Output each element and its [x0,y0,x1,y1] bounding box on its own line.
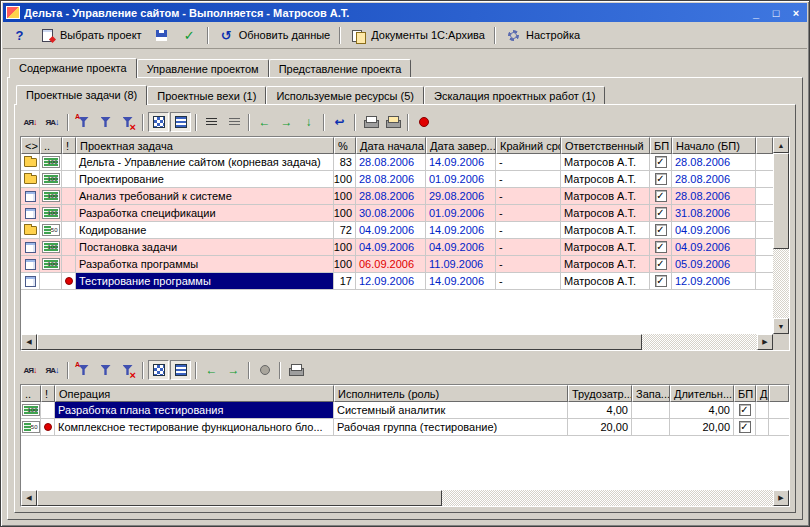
bp-cell[interactable]: ✓ [650,256,672,273]
bp-cell[interactable]: ✓ [650,222,672,239]
reserve-cell[interactable] [632,419,670,436]
column-header[interactable]: Д [756,385,769,402]
filter-button[interactable] [95,112,116,132]
responsible-cell[interactable]: Матросов А.Т. [561,154,650,171]
panel-splitter[interactable] [20,351,790,358]
operation-row[interactable]: 100Разработка плана тестированияСистемны… [21,402,789,419]
scroll-left-button[interactable]: ◀ [21,490,37,506]
end-date-cell[interactable]: 04.09.2006 [426,239,496,256]
vscroll-thumb[interactable] [773,153,789,249]
filter-button[interactable] [95,360,116,380]
column-header[interactable]: Проектная задача [76,137,334,154]
duration-cell[interactable]: 20,00 [670,419,734,436]
column-header[interactable]: Трудозатр... [568,385,632,402]
bp-start-cell[interactable]: 28.08.2006 [672,154,756,171]
task-row[interactable]: Тестирование программы1712.09.200614.09.… [21,273,773,290]
percent-cell[interactable]: 100 [334,171,356,188]
bp-start-cell[interactable]: 12.09.2006 [672,273,756,290]
progress-cell[interactable]: 100 [40,256,62,273]
alert-cell[interactable] [41,402,55,419]
bp-start-cell[interactable]: 04.09.2006 [672,222,756,239]
role-cell[interactable]: Системный аналитик [334,402,568,419]
start-date-cell[interactable]: 06.09.2006 [356,256,426,273]
confirm-button[interactable] [176,24,203,46]
task-type-cell[interactable] [21,171,40,188]
bp-checkbox[interactable]: ✓ [739,421,751,433]
scroll-right-button[interactable]: ▶ [773,490,789,506]
progress-cell[interactable]: 50 [21,419,41,436]
scroll-up-button[interactable]: ▲ [773,137,789,153]
responsible-cell[interactable]: Матросов А.Т. [561,256,650,273]
task-type-cell[interactable] [21,222,40,239]
end-date-cell[interactable]: 01.09.2006 [426,171,496,188]
start-date-cell[interactable]: 30.08.2006 [356,205,426,222]
deadline-cell[interactable]: - [496,222,561,239]
print-button[interactable] [285,360,306,380]
archive-docs-button[interactable]: Документы 1С:Архива [345,24,490,46]
bp-checkbox[interactable]: ✓ [655,190,667,202]
refresh-data-button[interactable]: Обновить данные [213,24,336,46]
percent-cell[interactable]: 72 [334,222,356,239]
bp-start-cell[interactable]: 28.08.2006 [672,171,756,188]
alert-cell[interactable] [62,273,76,290]
alert-cell[interactable] [62,205,76,222]
progress-cell[interactable]: 100 [40,205,62,222]
column-header[interactable]: БП [650,137,672,154]
settings-button[interactable]: Настройка [500,24,585,46]
filter-value-button[interactable] [73,112,94,132]
operation-name-cell[interactable]: Разработка плана тестирования [55,402,334,419]
operation-row[interactable]: 50Комплексное тестирование функционально… [21,419,789,436]
sort-asc-button[interactable] [20,360,41,380]
column-header[interactable]: Длительн... [670,385,734,402]
bp-cell[interactable]: ✓ [650,154,672,171]
d-cell[interactable] [756,419,769,436]
move-left-button[interactable] [254,112,275,132]
reread-button[interactable] [329,112,350,132]
alert-cell[interactable] [41,419,55,436]
deadline-cell[interactable]: - [496,154,561,171]
move-down-button[interactable] [298,112,319,132]
title-bar[interactable]: Дельта - Управление сайтом - Выполняется… [3,3,807,22]
alert-cell[interactable] [62,171,76,188]
column-header[interactable]: % [334,137,356,154]
main-tab-2[interactable]: Представление проекта [269,59,412,77]
column-header[interactable]: Ответственный [561,137,650,154]
task-row[interactable]: 100Дельта - Управление сайтом (корневая … [21,154,773,171]
operations-hscrollbar[interactable]: ◀ ▶ [21,490,789,506]
bp-start-cell[interactable]: 28.08.2006 [672,188,756,205]
percent-cell[interactable]: 100 [334,256,356,273]
filter-off-button[interactable] [117,112,138,132]
column-header[interactable]: Исполнитель (роль) [334,385,568,402]
task-name-cell[interactable]: Анализ требований к системе [76,188,334,205]
column-header[interactable]: Крайний срок [496,137,561,154]
task-name-cell[interactable]: Проектирование [76,171,334,188]
sub-tab-2[interactable]: Используемые ресурсы (5) [266,86,424,104]
sort-asc-button[interactable] [20,112,41,132]
bp-checkbox[interactable]: ✓ [655,224,667,236]
deadline-cell[interactable]: - [496,205,561,222]
bp-cell[interactable]: ✓ [734,402,756,419]
reserve-cell[interactable] [632,402,670,419]
alert-cell[interactable] [62,154,76,171]
end-date-cell[interactable]: 01.09.2006 [426,205,496,222]
task-row[interactable]: 50Кодирование7204.09.200614.09.2006-Матр… [21,222,773,239]
responsible-cell[interactable]: Матросов А.Т. [561,222,650,239]
task-type-cell[interactable] [21,273,40,290]
scroll-down-button[interactable]: ▼ [773,318,789,334]
column-header[interactable]: Начало (БП) [672,137,756,154]
tasks-table-body[interactable]: 100Дельта - Управление сайтом (корневая … [21,154,773,334]
deadline-cell[interactable]: - [496,171,561,188]
end-date-cell[interactable]: 14.09.2006 [426,222,496,239]
view-structure-button[interactable] [148,112,169,132]
bp-checkbox[interactable]: ✓ [655,275,667,287]
filter-off-button[interactable] [117,360,138,380]
end-date-cell[interactable]: 11.09.2006 [426,256,496,273]
start-date-cell[interactable]: 04.09.2006 [356,222,426,239]
deadline-cell[interactable]: - [496,188,561,205]
move-left-button[interactable] [201,360,222,380]
percent-cell[interactable]: 100 [334,205,356,222]
start-date-cell[interactable]: 12.09.2006 [356,273,426,290]
d-cell[interactable] [756,402,769,419]
print-button[interactable] [360,112,381,132]
column-header[interactable]: .. [21,385,41,402]
